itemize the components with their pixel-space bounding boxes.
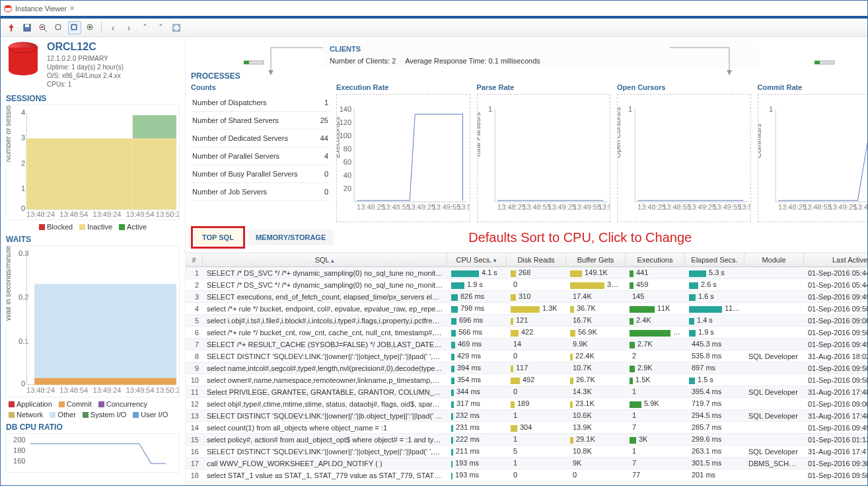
nav-down-icon[interactable]: ˅: [154, 21, 167, 34]
svg-rect-26: [133, 115, 176, 138]
svg-text:180: 180: [13, 446, 25, 454]
table-row[interactable]: 11Select PRIVILEGE, GRANTEE, GRANTABLE, …: [186, 386, 868, 398]
table-row[interactable]: 1SELECT /* DS_SVC */ /*+ dynamic_samplin…: [186, 267, 868, 279]
tab-memory-storage[interactable]: MEMORY/STORAGE: [248, 229, 334, 245]
svg-text:2: 2: [21, 159, 25, 167]
svg-text:13:49:54: 13:49:54: [126, 386, 155, 394]
sessions-title: SESSIONS: [6, 94, 180, 103]
col-buffer[interactable]: Buffer Gets: [566, 253, 626, 266]
col-last-active[interactable]: Last Active: [804, 253, 868, 266]
svg-text:60: 60: [344, 158, 351, 166]
svg-text:13:49:55: 13:49:55: [573, 203, 601, 211]
svg-text:1: 1: [21, 184, 25, 192]
counts-title: Counts: [191, 83, 330, 91]
table-row[interactable]: 6select /*+ rule */ bucket_cnt, row_cnt,…: [186, 327, 868, 339]
svg-text:13:48:25: 13:48:25: [637, 203, 666, 211]
zoom-in-icon[interactable]: [84, 21, 97, 34]
sessions-chart: Number of sessions 43210 13:48:2413:48:5…: [6, 104, 180, 220]
count-row: Number of Busy Parallel Servers0: [191, 165, 330, 183]
table-row[interactable]: 17call WWV_FLOW_WORKSHEET_API.DO_NOTIFY …: [186, 458, 868, 469]
svg-text:13:48:24: 13:48:24: [26, 386, 55, 394]
traffic-icon: [244, 58, 268, 67]
nav-up-icon[interactable]: ˄: [138, 21, 151, 34]
traffic-icon: [814, 58, 838, 67]
flow-arrow-right-icon: [670, 42, 736, 75]
tab-top-sql[interactable]: TOP SQL: [194, 229, 242, 245]
title-bar: Instance Viewer ✕: [1, 1, 867, 17]
db-name: ORCL12C: [47, 41, 124, 53]
svg-text:20: 20: [344, 184, 351, 192]
pin-icon[interactable]: [5, 21, 18, 34]
col-disk[interactable]: Disk Reads: [507, 253, 566, 266]
db-os: O/S: x86_64/Linux 2.4.xx: [47, 71, 124, 80]
svg-text:13:48:55: 13:48:55: [803, 203, 832, 211]
annotation-text: Defaults Sort to CPU, Click to Change: [468, 230, 692, 245]
svg-text:Open Cursors/s: Open Cursors/s: [618, 106, 622, 158]
col-exec[interactable]: Executions: [626, 253, 685, 266]
counts-panel: Counts Number of Dispatchers1Number of S…: [191, 83, 330, 222]
svg-point-6: [55, 24, 61, 30]
svg-text:Wait in seconds/minute: Wait in seconds/minute: [7, 246, 12, 321]
svg-text:160: 160: [13, 457, 25, 465]
col-num[interactable]: #: [186, 253, 203, 266]
zoom-out-area-icon[interactable]: [52, 21, 65, 34]
flow-arrow-left-icon: [264, 42, 330, 75]
col-module[interactable]: Module: [744, 253, 804, 266]
svg-text:13:49:55: 13:49:55: [853, 203, 868, 211]
svg-text:13:50:24: 13:50:24: [156, 386, 179, 394]
table-row[interactable]: 4select /*+ rule */ bucket, endpoint, co…: [186, 303, 868, 315]
clients-count: Number of Clients: 2: [330, 57, 396, 65]
svg-rect-24: [26, 138, 133, 209]
svg-line-4: [44, 29, 47, 32]
nav-left-icon[interactable]: ‹: [106, 21, 120, 34]
table-row[interactable]: 2SELECT /* DS_SVC */ /*+ dynamic_samplin…: [186, 279, 868, 291]
svg-text:0.3: 0.3: [18, 249, 28, 257]
svg-text:Number of sessions: Number of sessions: [7, 105, 12, 163]
zoom-out-icon[interactable]: [36, 21, 50, 34]
grid-body[interactable]: 1SELECT /* DS_SVC */ /*+ dynamic_samplin…: [186, 267, 868, 484]
tab-bar: TOP SQL MEMORY/STORAGE Defaults Sort to …: [186, 222, 868, 253]
table-row[interactable]: 9select name,intcol#,segcol#,type#,lengt…: [186, 362, 868, 374]
table-row[interactable]: 8SELECT DISTINCT 'SQLDEV:LINK:'||owner||…: [186, 350, 868, 362]
col-sql[interactable]: SQL ▴: [203, 253, 447, 266]
svg-text:13:48:55: 13:48:55: [382, 203, 410, 211]
svg-text:13:49:25: 13:49:25: [828, 203, 857, 211]
table-row[interactable]: 3SELECT executions, end_of_fetch_count, …: [186, 291, 868, 303]
window-title: Instance Viewer: [15, 5, 67, 13]
fit-icon[interactable]: [170, 21, 183, 34]
count-row: Number of Dedicated Servers44: [191, 130, 330, 147]
svg-text:13:49:55: 13:49:55: [432, 203, 460, 211]
svg-text:140: 140: [340, 105, 351, 113]
table-row[interactable]: 5select i.obj#,i.ts#,i.file#,i.block#,i.…: [186, 315, 868, 327]
nav-right-icon[interactable]: ›: [122, 21, 135, 34]
mini-chart: Execution RateExecutions/s14012010080604…: [336, 83, 470, 222]
col-cpu[interactable]: CPU Secs. ▾: [447, 253, 507, 266]
table-row[interactable]: 15select policy#, action# from aud_objec…: [186, 434, 868, 446]
table-row[interactable]: 14select count(1) from all_objects where…: [186, 422, 868, 434]
svg-text:13:48:54: 13:48:54: [59, 386, 88, 394]
table-row[interactable]: 12select obj#,type#,ctime,mtime,stime, s…: [186, 398, 868, 410]
svg-text:13:50:24: 13:50:24: [156, 210, 179, 218]
table-row[interactable]: 16SELECT DISTINCT 'SQLDEV:LINK:'||owner|…: [186, 446, 868, 458]
svg-rect-39: [34, 284, 176, 385]
svg-text:1: 1: [768, 105, 772, 113]
left-sidebar: ORCL12C 12.1.0.2.0 PRIMARY Uptime: 1 day…: [1, 37, 186, 484]
svg-rect-2: [25, 24, 29, 27]
table-row[interactable]: 10select owner#,name,namespace,remoteown…: [186, 374, 868, 386]
close-tab-icon[interactable]: ✕: [69, 5, 75, 12]
count-row: Number of Job Servers0: [191, 183, 330, 201]
svg-text:13:50:25: 13:50:25: [738, 203, 750, 211]
svg-rect-53: [814, 61, 820, 64]
svg-text:Commits/s: Commits/s: [758, 123, 762, 158]
clients-art: Average Response Time: 0.1 milliseconds: [405, 57, 540, 65]
save-icon[interactable]: [20, 21, 34, 34]
sessions-legend: Blocked Inactive Active: [6, 223, 180, 231]
table-row[interactable]: 7SELECT /*+ RESULT_CACHE (SYSOBJ=FALSE) …: [186, 339, 868, 350]
cpu-ratio-title: DB CPU RATIO: [6, 423, 180, 432]
table-row[interactable]: 18select STAT_1 value as STAT_1, STAT_77…: [186, 469, 868, 481]
mini-chart: Parse RateTotal Parses/s113:48:2513:48:5…: [477, 83, 611, 222]
svg-text:0: 0: [21, 204, 25, 212]
table-row[interactable]: 13SELECT DISTINCT 'SQLDEV:LINK:'||owner|…: [186, 410, 868, 422]
zoom-area-icon[interactable]: [68, 21, 81, 34]
col-elapsed[interactable]: Elapsed Secs.: [685, 253, 744, 266]
